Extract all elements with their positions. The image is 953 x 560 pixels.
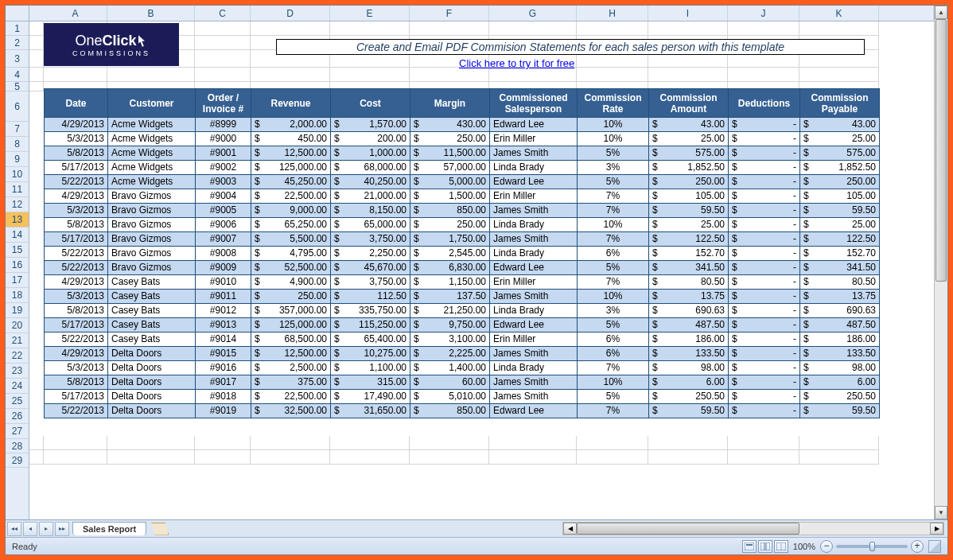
cell[interactable]: $- [729, 175, 800, 189]
table-row[interactable]: 5/22/2013Bravo Gizmos#90084,795.002,250.… [45, 247, 880, 261]
cell[interactable]: #9013 [196, 318, 251, 332]
cell[interactable]: 6,830.00 [410, 261, 490, 275]
cell[interactable]: 5/3/2013 [45, 132, 108, 146]
cell[interactable]: #9002 [196, 161, 251, 175]
cell[interactable]: 3,750.00 [331, 275, 410, 290]
cell[interactable]: Edward Lee [490, 318, 578, 332]
cell[interactable]: #9016 [196, 361, 251, 375]
cell[interactable]: 9,750.00 [410, 318, 490, 332]
row-header-21[interactable]: 21 [6, 333, 29, 348]
cell[interactable]: 5/22/2013 [45, 404, 108, 418]
cell[interactable]: 4,795.00 [251, 247, 331, 261]
table-row[interactable]: 5/8/2013Acme Widgets#900112,500.001,000.… [45, 146, 880, 161]
cell[interactable]: 5/22/2013 [45, 332, 108, 347]
zoom-slider-knob[interactable] [869, 542, 875, 551]
col-header-commission-amount[interactable]: CommissionAmount [649, 89, 729, 118]
table-row[interactable]: 5/8/2013Delta Doors#9017375.00315.0060.0… [45, 375, 880, 390]
cell[interactable]: James Smith [490, 146, 578, 161]
cell[interactable]: 125,000.00 [251, 318, 331, 332]
cell[interactable]: 125,000.00 [251, 161, 331, 175]
cell[interactable]: 13.75 [649, 290, 729, 304]
cell[interactable]: Acme Widgets [108, 132, 196, 146]
col-header-margin[interactable]: Margin [410, 89, 490, 118]
cell[interactable]: #9009 [196, 261, 251, 275]
scroll-left-button[interactable]: ◀ [563, 523, 577, 535]
cell[interactable]: James Smith [490, 375, 578, 390]
cell[interactable]: 690.63 [800, 304, 880, 318]
cell[interactable]: 1,570.00 [331, 118, 410, 132]
table-row[interactable]: 5/3/2013Casey Bats#9011250.00112.50137.5… [45, 290, 880, 304]
cell[interactable]: 5/8/2013 [45, 218, 108, 232]
table-row[interactable]: 4/29/2013Delta Doors#901512,500.0010,275… [45, 347, 880, 361]
cell[interactable]: #9008 [196, 247, 251, 261]
row-header-26[interactable]: 26 [6, 409, 29, 424]
table-row[interactable]: 5/22/2013Delta Doors#901932,500.0031,650… [45, 404, 880, 418]
cell[interactable]: 4/29/2013 [45, 118, 108, 132]
column-header-D[interactable]: D [251, 6, 330, 21]
cell[interactable]: $- [729, 404, 800, 418]
cell[interactable]: $- [729, 332, 800, 347]
col-header-commissioned-salesperson[interactable]: CommissionedSalesperson [490, 89, 578, 118]
table-row[interactable]: 5/17/2013Bravo Gizmos#90075,500.003,750.… [45, 232, 880, 247]
col-header-revenue[interactable]: Revenue [251, 89, 331, 118]
cell[interactable]: 5% [578, 261, 649, 275]
cell[interactable]: 17,490.00 [331, 390, 410, 404]
cell[interactable]: 65,400.00 [331, 332, 410, 347]
cell[interactable]: James Smith [490, 290, 578, 304]
cell[interactable]: 5/22/2013 [45, 261, 108, 275]
zoom-out-button[interactable]: − [820, 540, 833, 553]
table-row[interactable]: 5/3/2013Delta Doors#90162,500.001,100.00… [45, 361, 880, 375]
page-break-view-button[interactable] [774, 540, 788, 553]
cell[interactable]: 25.00 [800, 218, 880, 232]
cell[interactable]: 6.00 [649, 375, 729, 390]
cell[interactable]: #9010 [196, 275, 251, 290]
row-header-28[interactable]: 28 [6, 439, 29, 453]
table-row[interactable]: 4/29/2013Bravo Gizmos#900422,500.0021,00… [45, 189, 880, 204]
row-header-20[interactable]: 20 [6, 318, 29, 333]
cell[interactable]: 2,250.00 [331, 247, 410, 261]
cell[interactable]: Erin Miller [490, 189, 578, 204]
table-row[interactable]: 5/3/2013Acme Widgets#9000450.00200.00250… [45, 132, 880, 146]
cell[interactable]: 2,500.00 [251, 361, 331, 375]
cell[interactable]: 4,900.00 [251, 275, 331, 290]
column-header-I[interactable]: I [648, 6, 728, 21]
cell[interactable]: 335,750.00 [331, 304, 410, 318]
cell[interactable]: 133.50 [649, 347, 729, 361]
cell[interactable]: 4/29/2013 [45, 275, 108, 290]
cell[interactable]: James Smith [490, 390, 578, 404]
cell[interactable]: #9000 [196, 132, 251, 146]
cell[interactable]: 5/17/2013 [45, 161, 108, 175]
cell[interactable]: 7% [578, 204, 649, 218]
row-header-13[interactable]: 13 [6, 212, 29, 228]
scroll-thumb-vertical[interactable] [935, 19, 947, 282]
row-header-6[interactable]: 6 [6, 91, 29, 122]
cell[interactable]: James Smith [490, 347, 578, 361]
table-row[interactable]: 5/22/2013Acme Widgets#900345,250.0040,25… [45, 175, 880, 189]
column-header-G[interactable]: G [489, 6, 577, 21]
cell[interactable]: Acme Widgets [108, 146, 196, 161]
cell[interactable]: Bravo Gizmos [108, 189, 196, 204]
cell[interactable]: 60.00 [410, 375, 490, 390]
cell[interactable]: 57,000.00 [410, 161, 490, 175]
cell[interactable]: 450.00 [251, 132, 331, 146]
cell[interactable]: #9006 [196, 218, 251, 232]
cell[interactable]: 250.00 [649, 175, 729, 189]
col-header-customer[interactable]: Customer [108, 89, 196, 118]
cell[interactable]: Casey Bats [108, 332, 196, 347]
cell[interactable]: 5% [578, 390, 649, 404]
cell[interactable]: #9001 [196, 146, 251, 161]
cell[interactable]: Delta Doors [108, 404, 196, 418]
cell[interactable]: Edward Lee [490, 404, 578, 418]
table-row[interactable]: 5/17/2013Delta Doors#901822,500.0017,490… [45, 390, 880, 404]
tab-nav-first[interactable]: ◂◂ [7, 522, 21, 536]
cell[interactable]: 105.00 [800, 189, 880, 204]
cell[interactable]: Erin Miller [490, 332, 578, 347]
cell[interactable]: 5% [578, 146, 649, 161]
cell[interactable]: 152.70 [649, 247, 729, 261]
cell[interactable]: 487.50 [649, 318, 729, 332]
cell[interactable]: Bravo Gizmos [108, 204, 196, 218]
new-sheet-button[interactable] [151, 523, 169, 535]
cell[interactable]: 430.00 [410, 118, 490, 132]
column-header-J[interactable]: J [728, 6, 799, 21]
cell[interactable]: Linda Brady [490, 304, 578, 318]
